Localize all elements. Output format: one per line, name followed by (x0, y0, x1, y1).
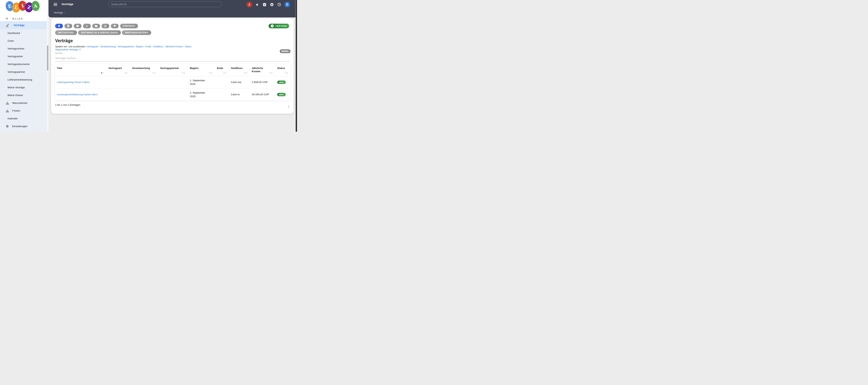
table-row: Leistungsvereinbarung Kanton Bern 1. Sep… (55, 88, 290, 100)
column-header-status[interactable]: Status↑↓ (275, 64, 290, 76)
favorites-view-button[interactable]: ★ (83, 24, 91, 28)
sidebar-item-fristen[interactable]: Fristen (0, 107, 47, 115)
chip-saas[interactable]: SOFTWARE-AS-A-SERVICE (SAAS) (78, 30, 121, 35)
toggle-link-jaehrliche-kosten[interactable]: Jährliche Kosten (165, 45, 183, 48)
pagination-page-1[interactable]: 1 (288, 105, 289, 108)
sidebar-item-massnahmen[interactable]: Massnahmen (0, 99, 47, 107)
sort-icon[interactable]: ↑↓ (209, 71, 213, 75)
sort-icon[interactable]: ↑↓ (152, 71, 156, 75)
sidebar-item-lieferantenbewertung[interactable]: Lieferantenbewertung (0, 76, 47, 84)
view-toolbar: ★ KONTAKTE (55, 24, 290, 28)
add-vertrag-button[interactable]: + VERTRAG (269, 24, 289, 28)
column-header-geldfluss[interactable]: Geldfluss↑↓ (229, 64, 249, 76)
toggle-link-status[interactable]: Status (185, 45, 191, 48)
column-toggle-label: Spalten ein- und ausblenden: (55, 45, 86, 48)
sort-icon[interactable]: ↑↓ (182, 71, 186, 75)
column-header-beginn[interactable]: Beginn↑↓ (188, 64, 215, 76)
window-scrollbar[interactable] (296, 0, 297, 132)
tasks-icon[interactable] (262, 2, 267, 7)
page-title: Verträge (55, 38, 290, 43)
documents-view-button[interactable] (64, 24, 72, 28)
toggle-link-beginn[interactable]: Beginn (136, 45, 144, 48)
sidebar-item-vertragsarten[interactable]: Vertragsarten (0, 53, 47, 60)
contract-link[interactable]: Leistungsvereinbarung Kanton Bern (57, 93, 98, 96)
avatar[interactable]: E (284, 2, 290, 7)
expired-line: Abgelaufene Verträge: 0 (55, 48, 290, 51)
breadcrumb-current[interactable]: Verträge (54, 11, 63, 14)
document-icon (67, 25, 69, 27)
graduation-cap-icon (113, 25, 116, 27)
sidebar-item-meine-vertraege[interactable]: Meine Verträge (0, 84, 47, 91)
sidebar-item-vertragsordner[interactable]: Vertragsordner (0, 45, 47, 53)
sort-icon[interactable]: ↑↓ (285, 71, 288, 75)
app-window: E L I Z A ✈ E.L.I.Z.A Verträge Dashboard… (0, 0, 297, 132)
sidebar-item-label: Verträge (13, 24, 25, 27)
toggle-link-ende[interactable]: Ende (146, 45, 151, 48)
sidebar-item-vertragsdokumente[interactable]: Vertragsdokumente (0, 60, 47, 68)
toggle-link-vertragspartner[interactable]: Vertragspartner (118, 45, 134, 48)
toggle-link-verantwortung[interactable]: Verantwortung (100, 45, 116, 48)
star-icon[interactable]: ★ (255, 2, 259, 7)
excel-export-button[interactable]: EXCEL (280, 50, 290, 53)
content-card: ★ KONTAKTE + VERTRAG MIETVERTRAG S (51, 19, 293, 114)
toggle-link-geldfluss[interactable]: Geldfluss (153, 45, 163, 48)
history-icon[interactable] (277, 2, 281, 7)
toggle-link-vertragsart[interactable]: Vertragsart (87, 45, 98, 48)
sort-icon[interactable]: ↑↓ (100, 71, 104, 75)
column-header-jaehrliche-kosten[interactable]: Jährliche Kosten↑↓ (249, 64, 275, 76)
plane-icon: ✈ (6, 17, 8, 21)
table-info: 1 bis 2 von 2 Einträgen (55, 103, 290, 106)
sort-icon[interactable]: ↑↓ (269, 71, 273, 75)
sidebar-menu: Dashboard Chart Vertragsordner Vertragsa… (0, 29, 47, 130)
breadcrumb[interactable]: Verträge/ (54, 11, 65, 14)
calendar-view-button[interactable] (74, 24, 82, 28)
header: Verträge 2 ★ E Verträge/ (49, 0, 297, 18)
expired-vertraege-link[interactable]: Abgelaufene Verträge: 0 (55, 48, 81, 51)
sidebar-item-vertraege[interactable]: Verträge (0, 21, 47, 29)
contract-link[interactable]: Leasingvertrag Smart Cabrio (57, 81, 90, 84)
kontakte-button[interactable]: KONTAKTE (120, 24, 138, 28)
home-view-button[interactable] (55, 24, 63, 28)
topbar-icons: 2 ★ E (247, 0, 290, 9)
sidebar-scrollbar[interactable] (47, 0, 49, 132)
partners-view-button[interactable] (101, 24, 109, 28)
search-label: Suchen (55, 52, 290, 54)
users-icon (104, 25, 107, 27)
column-header-vertragsart[interactable]: Vertragsart↑↓ (106, 64, 130, 76)
sidebar-item-vertragspartner[interactable]: Vertragspartner (0, 68, 47, 76)
sidebar-item-dashboard[interactable]: Dashboard (0, 29, 47, 37)
sort-icon[interactable]: ↑↓ (124, 71, 128, 75)
column-header-titel[interactable]: Titel↑↓ (55, 64, 106, 76)
sort-icon[interactable]: ↑↓ (244, 71, 248, 75)
sidebar-item-chart[interactable]: Chart (0, 37, 47, 45)
sidebar-scrollbar-thumb[interactable] (47, 46, 48, 70)
breadcrumb-separator: / (64, 11, 65, 14)
table-search-input[interactable] (55, 55, 290, 61)
warning-icon (6, 101, 9, 105)
eliza-logo: E L I Z A (6, 1, 42, 12)
global-search-input[interactable] (108, 1, 222, 7)
notifications-badge[interactable]: 2 (247, 2, 252, 7)
column-toggle-line: Spalten ein- und ausblenden: Vertragsart… (55, 45, 290, 48)
sidebar-item-meine-ordner[interactable]: Meine Ordner (0, 91, 47, 99)
window-scrollbar-thumb[interactable] (296, 0, 297, 132)
sidebar-item-home[interactable]: ✈ E.L.I.Z.A (6, 17, 23, 21)
column-header-verantwortung[interactable]: Verantwortung↑↓ (130, 64, 158, 76)
add-icon[interactable] (270, 2, 274, 7)
main-area: ★ KONTAKTE + VERTRAG MIETVERTRAG S (49, 18, 297, 132)
sort-icon[interactable]: ↑↓ (223, 71, 227, 75)
education-view-button[interactable] (111, 24, 119, 28)
sidebar-item-kalender[interactable]: Kalender (0, 115, 47, 122)
sidebar: E L I Z A ✈ E.L.I.Z.A Verträge Dashboard… (0, 0, 49, 132)
column-header-ende[interactable]: Ende↑↓ (215, 64, 229, 76)
folders-view-button[interactable] (92, 24, 100, 28)
sidebar-item-einstellungen[interactable]: Einstellungen (0, 122, 47, 130)
plus-icon: + (271, 24, 274, 27)
column-header-vertragspartner[interactable]: Vertragspartner↑↓ (158, 64, 188, 76)
chip-wartungsvertrag[interactable]: WARTUNGSVERTRAG (122, 30, 151, 35)
menu-toggle-icon[interactable] (54, 3, 57, 6)
table-header-row: Titel↑↓ Vertragsart↑↓ Verantwortung↑↓ Ve… (55, 64, 290, 76)
logo-area: E L I Z A ✈ E.L.I.Z.A (0, 0, 49, 21)
chip-mietvertrag[interactable]: MIETVERTRAG (55, 30, 77, 35)
contracts-table: Titel↑↓ Vertragsart↑↓ Verantwortung↑↓ Ve… (55, 64, 290, 100)
